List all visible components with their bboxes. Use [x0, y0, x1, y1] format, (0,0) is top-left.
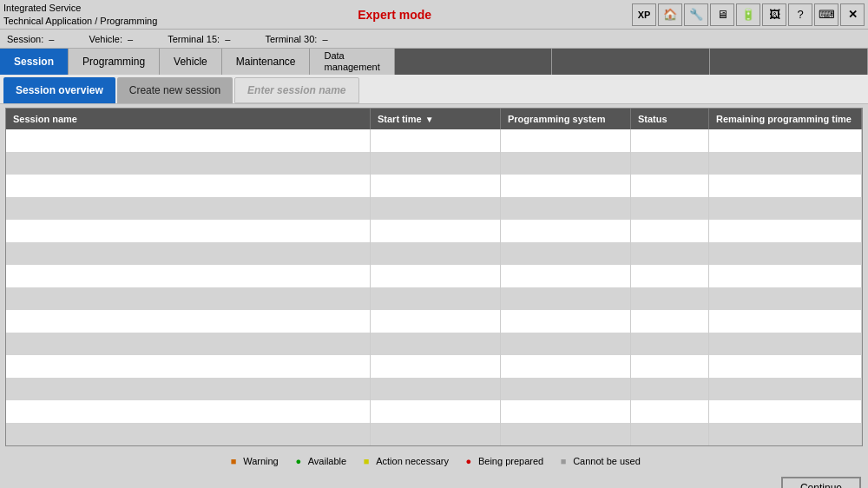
table-row[interactable]: [6, 423, 862, 445]
tab-vehicle[interactable]: Vehicle: [160, 49, 222, 75]
legend-being-prepared: ● Being prepared: [463, 455, 543, 467]
table-cell: [631, 378, 709, 400]
table-cell: [371, 310, 501, 333]
table-cell: [631, 287, 709, 310]
table-cell: [631, 333, 709, 355]
table-cell: [501, 197, 631, 220]
table-cell: [6, 378, 371, 400]
tab-data-management[interactable]: Datamanagement: [310, 49, 394, 75]
table-row[interactable]: [6, 242, 862, 265]
table-row[interactable]: [6, 287, 862, 310]
table-cell: [501, 400, 631, 423]
table-row[interactable]: [6, 400, 862, 423]
header-session-name: Session name: [6, 109, 371, 129]
table-cell: [709, 197, 862, 220]
table-cell: [371, 378, 501, 400]
table-cell: [709, 242, 862, 265]
tab-programming[interactable]: Programming: [69, 49, 160, 75]
cannot-icon: ■: [557, 455, 569, 467]
table-cell: [501, 287, 631, 310]
table-cell: [709, 333, 862, 355]
title-bar: Integrated Service Technical Application…: [0, 0, 868, 30]
table-cell: [631, 197, 709, 220]
table-cell: [709, 378, 862, 400]
app-title: Integrated Service Technical Application…: [3, 2, 157, 27]
table-cell: [371, 400, 501, 423]
table-cell: [6, 175, 371, 197]
warning-label: Warning: [243, 456, 279, 466]
battery-button[interactable]: 🔋: [736, 3, 760, 26]
company-name: Integrated Service: [3, 2, 157, 14]
table-cell: [371, 265, 501, 287]
table-cell: [6, 220, 371, 242]
table-cell: [6, 152, 371, 175]
legend-available: ● Available: [293, 455, 346, 467]
header-remaining-time: Remaining programming time: [709, 109, 862, 129]
table-cell: [501, 355, 631, 378]
sub-tabs: Session overview Create new session Ente…: [0, 75, 868, 104]
table-row[interactable]: [6, 152, 862, 175]
xp-button[interactable]: XP: [632, 3, 656, 26]
toolbar: XP 🏠 🔧 🖥 🔋 🖼 ? ⌨ ✕: [632, 3, 865, 26]
table-header: Session name Start time ▼ Programming sy…: [6, 109, 862, 129]
session-status: Session: –: [7, 34, 54, 44]
table-cell: [371, 175, 501, 197]
table-row[interactable]: [6, 355, 862, 378]
table-cell: [371, 287, 501, 310]
table-row[interactable]: [6, 220, 862, 242]
screen-button[interactable]: 🖥: [710, 3, 734, 26]
footer: Continue: [0, 472, 868, 488]
table-cell: [501, 242, 631, 265]
terminal30-status: Terminal 30: –: [265, 34, 327, 44]
subtab-session-overview[interactable]: Session overview: [3, 77, 115, 103]
help-button[interactable]: ?: [788, 3, 812, 26]
subtab-enter-session-name[interactable]: Enter session name: [234, 77, 358, 103]
legend-action-necessary: ■ Action necessary: [360, 455, 449, 467]
table-cell: [709, 129, 862, 152]
legend: ■ Warning ● Available ■ Action necessary…: [0, 450, 868, 472]
table-cell: [6, 355, 371, 378]
table-cell: [371, 355, 501, 378]
sort-arrow-icon: ▼: [425, 115, 434, 124]
table-row[interactable]: [6, 175, 862, 197]
table-cell: [6, 242, 371, 265]
legend-cannot-be-used: ■ Cannot be used: [557, 455, 641, 467]
keyboard-button[interactable]: ⌨: [814, 3, 838, 26]
wrench-button[interactable]: 🔧: [684, 3, 708, 26]
table-cell: [709, 400, 862, 423]
table-row[interactable]: [6, 129, 862, 152]
table-cell: [709, 152, 862, 175]
table-cell: [6, 287, 371, 310]
table-cell: [371, 333, 501, 355]
terminal15-status: Terminal 15: –: [168, 34, 230, 44]
table-row[interactable]: [6, 310, 862, 333]
table-cell: [631, 242, 709, 265]
table-cell: [371, 152, 501, 175]
subtab-create-new-session[interactable]: Create new session: [117, 77, 233, 103]
tab-session[interactable]: Session: [0, 49, 69, 75]
table-row[interactable]: [6, 265, 862, 287]
continue-button[interactable]: Continue: [781, 477, 861, 488]
table-cell: [501, 423, 631, 445]
close-button[interactable]: ✕: [840, 3, 865, 26]
available-label: Available: [308, 456, 346, 466]
table-cell: [6, 333, 371, 355]
legend-warning: ■ Warning: [227, 455, 279, 467]
table-row[interactable]: [6, 197, 862, 220]
table-cell: [709, 265, 862, 287]
table-row[interactable]: [6, 378, 862, 400]
table-cell: [371, 220, 501, 242]
table-row[interactable]: [6, 333, 862, 355]
main-table-area: Session name Start time ▼ Programming sy…: [5, 108, 863, 446]
header-start-time[interactable]: Start time ▼: [371, 109, 501, 129]
image-button[interactable]: 🖼: [762, 3, 786, 26]
table-cell: [371, 129, 501, 152]
being-prepared-label: Being prepared: [478, 456, 543, 466]
tab-maintenance[interactable]: Maintenance: [222, 49, 311, 75]
table-cell: [631, 400, 709, 423]
home-button[interactable]: 🏠: [658, 3, 682, 26]
cannot-label: Cannot be used: [573, 456, 641, 466]
table-cell: [631, 152, 709, 175]
action-label: Action necessary: [376, 456, 449, 466]
table-cell: [709, 175, 862, 197]
